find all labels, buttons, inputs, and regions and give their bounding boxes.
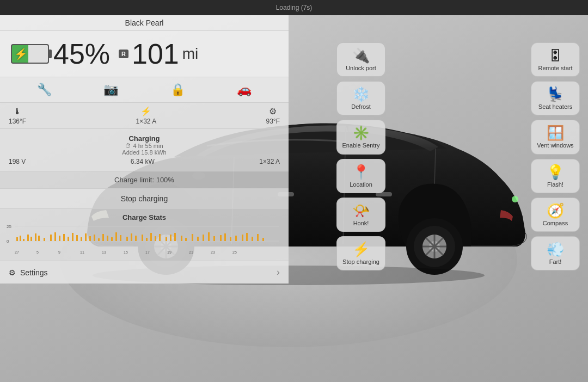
battery-percent: 45% bbox=[53, 38, 110, 70]
svg-rect-85 bbox=[235, 236, 237, 241]
svg-rect-50 bbox=[63, 234, 65, 241]
svg-rect-79 bbox=[203, 235, 204, 241]
seat-heaters-button[interactable]: 💺 Seat heaters bbox=[531, 81, 580, 115]
car-icon[interactable]: 🚗 bbox=[237, 83, 252, 97]
location-icon: 📍 bbox=[352, 165, 370, 179]
svg-rect-54 bbox=[81, 237, 82, 241]
left-panel: Black Pearl ⚡ 45% R 101 mi 🔧 📷 🔒 🚗 bbox=[0, 15, 289, 382]
battery-bolt-icon: ⚡ bbox=[14, 47, 28, 60]
svg-rect-88 bbox=[252, 237, 253, 241]
battery-icon: ⚡ bbox=[11, 44, 49, 64]
stop-charging-button[interactable]: Stop charging bbox=[0, 189, 289, 209]
svg-rect-61 bbox=[111, 237, 113, 241]
honk-button[interactable]: 📯 Honk! bbox=[336, 198, 385, 232]
svg-rect-46 bbox=[44, 238, 45, 241]
svg-rect-47 bbox=[50, 235, 52, 241]
svg-rect-69 bbox=[150, 233, 152, 241]
charging-time: ⏱ 4 hr 55 min bbox=[9, 143, 280, 149]
charging-info: Charging ⏱ 4 hr 55 min Added 15.8 kWh 19… bbox=[0, 129, 289, 171]
charging-added: Added 15.8 kWh bbox=[9, 149, 280, 156]
svg-rect-58 bbox=[98, 238, 100, 241]
charging-row: 198 V 6.34 kW 1×32 A bbox=[9, 158, 280, 165]
charge-limit-text: Charge limit: 100% bbox=[114, 176, 174, 184]
svg-rect-84 bbox=[230, 237, 231, 241]
svg-rect-43 bbox=[30, 237, 32, 241]
flash-icon: 💡 bbox=[547, 165, 564, 179]
settings-left: ⚙ Settings bbox=[9, 268, 48, 277]
battery-section: ⚡ 45% R 101 mi bbox=[0, 31, 289, 77]
location-button[interactable]: 📍 Location bbox=[336, 159, 385, 193]
svg-rect-48 bbox=[54, 232, 56, 241]
svg-text:21: 21 bbox=[189, 250, 193, 254]
svg-rect-89 bbox=[257, 234, 259, 241]
svg-rect-52 bbox=[72, 233, 74, 241]
unlock-port-button[interactable]: 🔌 Unlock port bbox=[336, 42, 385, 77]
wrench-icon[interactable]: 🔧 bbox=[37, 83, 52, 97]
charge-chart: 25 0 27 5 9 11 13 15 17 19 21 23 25 bbox=[7, 224, 282, 256]
stop-charging-overlay-button[interactable]: ⚡ Stop charging bbox=[336, 236, 385, 270]
svg-text:13: 13 bbox=[102, 250, 106, 254]
svg-rect-60 bbox=[107, 236, 108, 241]
flash-label: Flash! bbox=[547, 181, 564, 188]
status-row: 🌡 136°F ⚡ 1×32 A ⚙ 93°F bbox=[0, 103, 289, 129]
honk-icon: 📯 bbox=[352, 204, 370, 218]
svg-text:19: 19 bbox=[167, 250, 171, 254]
battery-indicator: ⚡ 45% bbox=[11, 38, 110, 70]
svg-rect-80 bbox=[208, 232, 210, 241]
svg-rect-65 bbox=[131, 233, 132, 241]
svg-rect-74 bbox=[174, 233, 176, 241]
stop-charging-label: Stop charging bbox=[121, 194, 168, 203]
flash-button[interactable]: 💡 Flash! bbox=[531, 159, 580, 193]
settings-label: Settings bbox=[20, 268, 48, 277]
fart-label: Fart! bbox=[549, 258, 562, 266]
svg-rect-76 bbox=[185, 238, 187, 241]
lock-icon[interactable]: 🔒 bbox=[170, 83, 185, 97]
svg-rect-53 bbox=[76, 235, 78, 241]
svg-rect-66 bbox=[135, 236, 137, 241]
charge-rate-icon: ⚡ bbox=[140, 106, 151, 116]
settings-gear-icon: ⚙ bbox=[9, 268, 16, 277]
svg-rect-81 bbox=[213, 236, 215, 241]
cabin-temp-value: 136°F bbox=[9, 118, 26, 125]
svg-rect-41 bbox=[23, 239, 24, 241]
svg-rect-87 bbox=[246, 233, 248, 241]
fart-button[interactable]: 💨 Fart! bbox=[531, 236, 580, 270]
stop-charging-overlay-label: Stop charging bbox=[342, 258, 379, 266]
fart-icon: 💨 bbox=[547, 242, 564, 256]
enable-sentry-button[interactable]: ✳️ Enable Sentry bbox=[336, 120, 385, 154]
range-unit: mi bbox=[182, 45, 199, 63]
range-value: 101 bbox=[132, 38, 179, 70]
camera-icon[interactable]: 📷 bbox=[103, 83, 118, 97]
svg-rect-49 bbox=[59, 236, 60, 241]
cabin-temp-item: 🌡 136°F bbox=[9, 107, 26, 125]
svg-rect-73 bbox=[170, 235, 171, 241]
compass-icon: 🧭 bbox=[547, 204, 564, 218]
svg-rect-39 bbox=[16, 237, 18, 241]
charge-chart-svg: 25 0 27 5 9 11 13 15 17 19 21 23 25 bbox=[7, 224, 282, 256]
outside-temp-value: 93°F bbox=[266, 118, 280, 125]
charging-voltage: 198 V bbox=[9, 158, 26, 165]
remote-start-button[interactable]: 🎛 Remote start bbox=[531, 42, 580, 77]
svg-rect-86 bbox=[242, 235, 243, 241]
vehicle-name: Black Pearl bbox=[125, 19, 164, 27]
vent-windows-button[interactable]: 🪟 Vent windows bbox=[531, 120, 580, 154]
svg-rect-57 bbox=[94, 235, 95, 241]
defrost-button[interactable]: ❄️ Defrost bbox=[336, 81, 385, 115]
compass-button[interactable]: 🧭 Compass bbox=[531, 198, 580, 232]
top-bar: Loading (7s) bbox=[0, 0, 588, 15]
settings-row[interactable]: ⚙ Settings › bbox=[0, 261, 289, 284]
svg-text:27: 27 bbox=[15, 250, 19, 254]
svg-rect-67 bbox=[142, 235, 143, 241]
vent-windows-icon: 🪟 bbox=[547, 126, 564, 140]
cabin-temp-icon: 🌡 bbox=[13, 107, 22, 116]
charge-stats-title: Charge Stats bbox=[7, 213, 282, 221]
svg-rect-78 bbox=[197, 237, 199, 241]
svg-rect-77 bbox=[192, 234, 193, 241]
loading-text: Loading (7s) bbox=[276, 4, 313, 11]
svg-rect-56 bbox=[89, 236, 91, 241]
svg-rect-45 bbox=[38, 236, 40, 241]
svg-rect-75 bbox=[181, 236, 182, 241]
svg-rect-62 bbox=[115, 232, 117, 241]
svg-rect-82 bbox=[220, 235, 222, 241]
unlock-port-icon: 🔌 bbox=[352, 48, 370, 63]
